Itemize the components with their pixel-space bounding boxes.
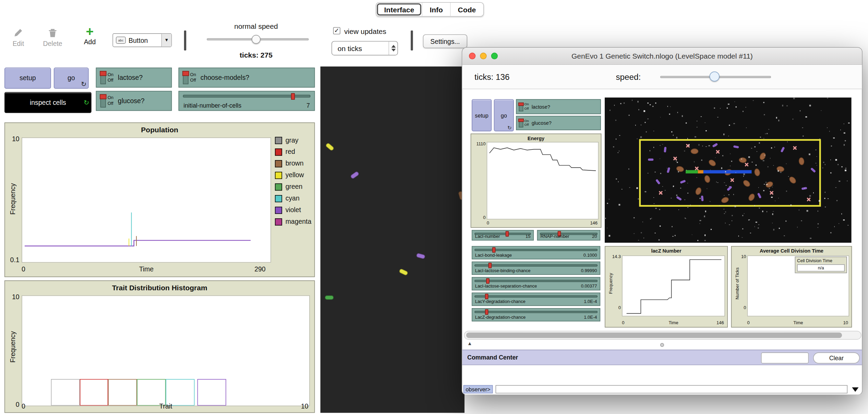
trash-icon [48,30,58,39]
slider-LacI-number[interactable]: LacI-number15 [472,230,534,241]
slider-handle[interactable] [506,231,509,236]
switch-glucose[interactable]: OnOff glucose? [96,91,172,111]
slider-handle[interactable] [291,93,295,100]
setup-button[interactable]: setup [4,68,51,88]
slider-handle[interactable] [485,309,488,315]
child-switch-glucose[interactable]: OnOff glucose? [516,116,601,130]
molecule-speckle [721,168,722,169]
molecule-speckle [647,102,649,104]
switch-toggle[interactable] [100,71,106,84]
history-dropdown-icon[interactable] [852,387,858,392]
y-min-label: 0 [739,305,746,310]
zoom-icon[interactable] [491,53,498,59]
laci-molecule [807,197,811,202]
rnap-molecule [733,145,739,148]
slider-handle[interactable] [492,247,495,253]
slider-LacI-lactose-binding-chance[interactable]: LacI-lactose-binding-chance0.99990 [472,261,600,275]
command-center-field[interactable] [761,352,809,363]
view-updates-label: view updates [344,27,386,35]
molecule-speckle [806,116,807,118]
view-updates-checkbox[interactable]: ✓ [333,27,340,34]
slider-RNAP-number[interactable]: RNAP-number20 [537,230,600,241]
molecule-speckle [830,172,831,173]
molecule-speckle [742,237,743,238]
molecule-speckle [845,140,845,141]
edit-button[interactable]: Edit [9,28,28,48]
slider-LacZ-degradation-chance[interactable]: LacZ-degradation-chance1.0E-4 [472,308,600,321]
protein-blob [798,157,805,166]
inspect-cells-button[interactable]: inspect cells ↻ [4,92,92,113]
molecule-speckle [779,228,780,229]
slider-LacI-lactose-separation-chance[interactable]: LacI-lactose-separation-chance0.00377 [472,277,600,290]
slider-groove[interactable] [474,280,598,282]
window-titlebar[interactable]: GenEvo 1 Genetic Switch.nlogo (LevelSpac… [462,48,862,65]
molecule-speckle [725,222,725,223]
molecule-speckle [637,101,639,102]
widget-type-dropdown[interactable]: abc Button ▼ [112,33,172,47]
observer-prompt[interactable]: observer> [463,385,493,393]
molecule-speckle [672,226,673,227]
molecule-speckle [843,123,844,124]
molecule-speckle [687,138,688,139]
update-mode-dropdown[interactable]: on ticks [331,41,398,56]
slider-label: initial-number-of-cells [183,102,241,109]
tab-code[interactable]: Code [450,3,483,16]
child-switch-lactose[interactable]: OnOff lactose? [516,99,601,114]
molecule-speckle [807,210,808,211]
add-button[interactable]: + Add [80,25,100,46]
splitter-up-icon[interactable]: ▲ [467,341,472,346]
switch-toggle[interactable] [183,71,189,84]
splitter-handle-icon[interactable] [660,343,664,347]
horizontal-scrollbar[interactable] [464,331,861,340]
close-icon[interactable] [469,53,475,59]
slider-LacI-bond-leakage[interactable]: LacI-bond-leakage0.1000 [472,246,600,259]
switch-toggle[interactable] [519,119,523,127]
molecule-speckle [619,204,620,205]
speed-slider-thumb[interactable] [252,35,261,44]
molecule-speckle [724,182,725,183]
settings-button[interactable]: Settings... [423,34,467,48]
molecule-speckle [637,187,638,189]
switch-toggle[interactable] [519,102,523,111]
slider-LacY-degradation-chance[interactable]: LacY-degradation-chance1.0E-4 [472,293,600,306]
switch-lactose[interactable]: OnOff lactose? [96,68,172,87]
slider-groove[interactable] [474,311,598,313]
command-input[interactable] [496,385,848,393]
slider-initial-number-of-cells[interactable]: initial-number-of-cells 7 [179,91,315,111]
slider-handle[interactable] [486,278,490,284]
clear-button[interactable]: Clear [813,352,860,363]
go-button[interactable]: go ↻ [54,68,89,88]
delete-button[interactable]: Delete [40,28,65,48]
check-icon: ✓ [334,28,339,34]
child-go-button[interactable]: go ↻ [494,99,514,131]
molecule-speckle [687,183,688,183]
molecule-speckle [836,200,837,201]
tab-info[interactable]: Info [422,3,450,16]
scrollbar-thumb[interactable] [466,332,842,338]
slider-groove[interactable] [474,249,598,251]
switch-choose-models[interactable]: OnOff choose-models? [179,68,315,87]
slider-label: LacI-lactose-binding-chance [475,268,531,273]
window-speed-slider-thumb[interactable] [710,72,720,82]
child-setup-button[interactable]: setup [472,99,492,131]
slider-groove[interactable] [474,295,598,297]
switch-toggle[interactable] [100,94,106,108]
molecule-speckle [716,182,716,182]
minimize-icon[interactable] [480,53,486,59]
molecule-speckle [786,163,786,164]
slider-groove[interactable] [474,264,598,266]
slider-groove[interactable] [183,95,311,97]
slider-handle[interactable] [485,294,488,299]
molecule-speckle [711,229,711,230]
molecule-speckle [744,213,744,214]
tab-interface[interactable]: Interface [377,3,421,16]
molecule-speckle [834,226,835,227]
molecule-speckle [645,122,646,123]
y-max-label: 1110 [472,141,486,146]
molecule-speckle [641,232,642,233]
slider-handle[interactable] [489,263,492,268]
molecule-speckle [707,188,707,189]
plot-area [22,137,271,263]
molecule-speckle [699,223,700,224]
laci-molecule [716,150,720,154]
